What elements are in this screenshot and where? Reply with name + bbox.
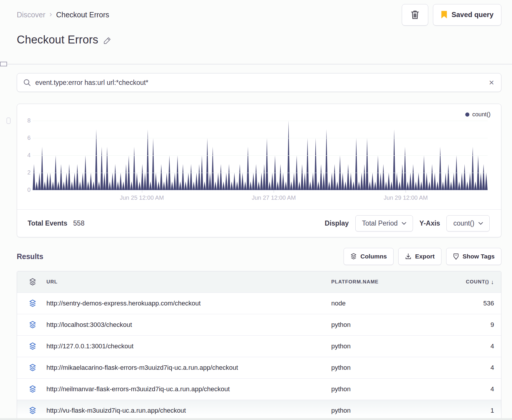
row-url[interactable]: http://localhost:3003/checkout [46,321,331,329]
table-body: http://sentry-demos-express.herokuapp.co… [17,293,501,420]
chart-legend[interactable]: count() [465,111,491,118]
table-row[interactable]: http://neilmanvar-flask-errors-m3uuizd7i… [17,378,501,400]
row-url[interactable]: http://mikaelacarino-flask-errors-m3uuiz… [46,364,331,372]
breadcrumb-chevron-icon: › [49,10,52,19]
columns-label: Columns [360,253,387,260]
y-axis-value: count() [453,219,474,227]
table-row[interactable]: http://sentry-demos-express.herokuapp.co… [17,293,501,314]
table-row[interactable]: http://vu-flask-m3uuizd7iq-uc.a.run.app/… [17,400,501,420]
export-button[interactable]: Export [398,248,441,265]
y-axis-select[interactable]: count() [446,215,490,231]
x-tick-label: Jun 25 12:00 AM [110,194,174,201]
x-tick [406,190,406,193]
gridline [33,138,488,138]
layers-icon[interactable] [29,321,38,329]
page-title: Checkout Errors [17,33,98,46]
results-bar: Results Columns Export [17,248,501,265]
table-row[interactable]: http://127.0.0.1:3001/checkout python 4 [17,335,501,357]
discover-page: Discover › Checkout Errors Saved query [0,4,512,420]
row-count: 536 [456,300,494,307]
layers-icon[interactable] [29,299,38,308]
gridline [33,155,488,156]
search-bar[interactable]: event.type:error has:url url:*checkout* … [17,73,501,92]
gridline [33,121,488,121]
row-platform: python [331,364,456,372]
display-value: Total Period [362,219,398,227]
sort-desc-icon: ↓ [491,279,494,285]
row-count: 1 [456,407,494,414]
show-tags-button[interactable]: Show Tags [446,248,501,265]
top-actions: Saved query [402,4,501,26]
chart-controls: Display Total Period Y-Axis count() [325,215,490,231]
row-count: 4 [456,385,494,393]
results-table: URL PLATFORM.NAME COUNT() ↓ http://sentr… [17,271,501,420]
layers-icon[interactable] [29,278,38,286]
table-row[interactable]: http://localhost:3003/checkout python 9 [17,314,501,335]
x-tick-label: Jun 29 12:00 AM [373,194,438,201]
layers-icon[interactable] [29,385,38,393]
x-tick [142,190,142,193]
y-tick-label: 2 [20,169,31,176]
y-tick-label: 4 [20,152,31,159]
chevron-down-icon [402,222,406,225]
total-events: Total Events 558 [28,219,84,227]
row-url[interactable]: http://127.0.0.1:3001/checkout [46,342,331,350]
layers-icon[interactable] [29,406,38,415]
top-bar: Discover › Checkout Errors Saved query [17,4,501,26]
row-url[interactable]: http://sentry-demos-express.herokuapp.co… [46,300,331,307]
trash-icon [410,10,420,20]
column-header-url[interactable]: URL [46,279,331,285]
export-label: Export [415,253,435,260]
row-platform: python [331,385,456,393]
left-scroll-pill [6,117,11,124]
table-header: URL PLATFORM.NAME COUNT() ↓ [17,271,501,293]
column-header-platform[interactable]: PLATFORM.NAME [331,279,456,285]
breadcrumb-current: Checkout Errors [56,11,109,19]
y-axis-label: Y-Axis [419,219,440,227]
display-label: Display [325,219,349,227]
header-divider [0,64,512,64]
display-select[interactable]: Total Period [355,215,413,231]
breadcrumb: Discover › Checkout Errors [17,10,109,19]
results-actions: Columns Export Show Tags [344,248,501,265]
download-icon [405,253,411,260]
chart-card: count() 02468 Jun 25 12:00 AMJun 27 12:0… [17,104,501,237]
breadcrumb-discover-link[interactable]: Discover [17,11,45,19]
bottom-strip [0,418,512,420]
row-count: 4 [456,342,494,350]
y-tick-label: 6 [20,135,31,141]
delete-query-button[interactable] [402,4,428,26]
y-tick-label: 0 [20,187,31,193]
chart-footer: Total Events 558 Display Total Period Y-… [17,209,501,237]
divider-handle[interactable] [0,62,7,66]
search-icon [23,78,31,87]
column-header-count[interactable]: COUNT() ↓ [456,279,494,285]
x-tick-label: Jun 27 12:00 AM [241,194,306,201]
chart-plot[interactable] [33,121,488,190]
row-url[interactable]: http://neilmanvar-flask-errors-m3uuizd7i… [46,385,331,393]
bookmark-icon [441,11,447,19]
layers-icon[interactable] [29,342,38,350]
total-events-label: Total Events [28,219,67,227]
y-tick-label: 8 [20,117,31,124]
edit-title-icon[interactable] [103,36,111,45]
columns-button[interactable]: Columns [344,248,394,265]
show-tags-label: Show Tags [463,253,495,260]
row-platform: node [331,300,456,307]
saved-query-label: Saved query [451,11,493,19]
legend-dot-icon [465,112,469,117]
row-count: 9 [456,321,494,329]
row-count: 4 [456,364,494,372]
row-platform: python [331,321,456,329]
search-input[interactable]: event.type:error has:url url:*checkout* [35,79,489,87]
row-platform: python [331,407,456,414]
clear-search-icon[interactable]: × [489,78,494,87]
row-url[interactable]: http://vu-flask-m3uuizd7iq-uc.a.run.app/… [46,407,331,414]
x-tick [274,190,274,193]
gridline [33,173,488,173]
saved-query-button[interactable]: Saved query [433,4,501,26]
layers-icon[interactable] [29,364,38,372]
table-row[interactable]: http://mikaelacarino-flask-errors-m3uuiz… [17,357,501,378]
results-heading: Results [17,252,43,261]
layers-icon [350,253,357,260]
